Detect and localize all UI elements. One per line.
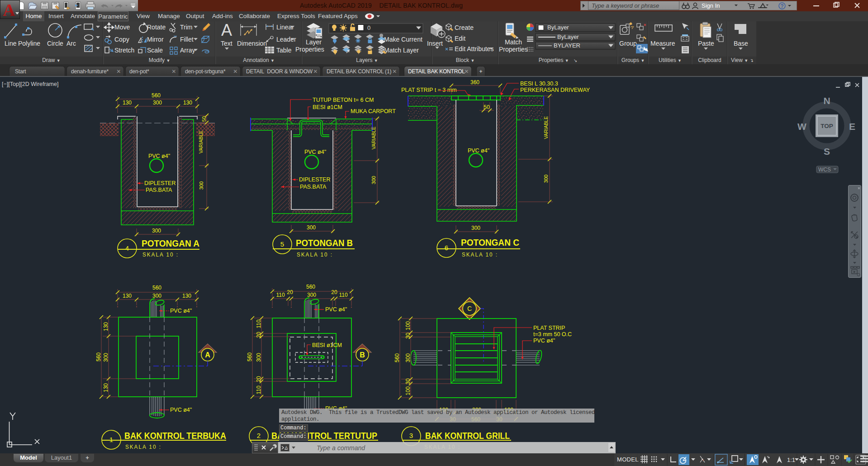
svg-text:?: ? (780, 3, 783, 10)
svg-text:PVC ø4": PVC ø4" (170, 407, 192, 413)
svg-text:PVC ø4": PVC ø4" (304, 149, 326, 155)
svg-text:30: 30 (405, 378, 411, 385)
svg-text:[−][Top][2D Wireframe]: [−][Top][2D Wireframe] (2, 81, 58, 87)
svg-text:1:1: 1:1 (787, 456, 795, 463)
svg-text:PAS.BATA: PAS.BATA (146, 187, 172, 193)
svg-text:360: 360 (470, 79, 479, 86)
svg-text:130: 130 (183, 100, 192, 106)
svg-text:Sign In: Sign In (702, 2, 720, 9)
svg-text:560: 560 (394, 353, 400, 362)
svg-text:100: 100 (405, 321, 411, 330)
svg-text:5: 5 (280, 240, 284, 248)
svg-text:300: 300 (307, 292, 316, 298)
svg-text:130: 130 (123, 293, 132, 299)
svg-text:0: 0 (367, 24, 370, 31)
svg-text:100: 100 (405, 386, 411, 395)
svg-text:300: 300 (153, 100, 162, 106)
svg-text:E: E (849, 121, 855, 132)
svg-text:TOP: TOP (821, 123, 833, 129)
svg-text:ByLayer: ByLayer (557, 33, 579, 40)
svg-text:560: 560 (247, 352, 253, 361)
svg-text:DIPLESTER: DIPLESTER (144, 180, 175, 186)
svg-text:PVC ø4": PVC ø4" (148, 153, 170, 159)
svg-text:300: 300 (152, 293, 161, 299)
svg-text:S: S (824, 146, 830, 157)
svg-text:50: 50 (201, 116, 207, 122)
svg-text:4: 4 (125, 244, 129, 252)
svg-text:C: C (467, 305, 472, 312)
svg-text:130: 130 (123, 100, 132, 106)
svg-text:PVC ø4": PVC ø4" (170, 308, 192, 314)
svg-text:PVC ø4": PVC ø4" (468, 147, 489, 154)
svg-text:N: N (823, 95, 830, 106)
svg-text:300: 300 (103, 353, 109, 362)
svg-text:POTONGAN A: POTONGAN A (142, 238, 199, 248)
svg-text:PAS.BATA: PAS.BATA (300, 184, 327, 190)
svg-text:20: 20 (256, 376, 262, 382)
svg-text:110: 110 (276, 292, 285, 298)
svg-text:SKALA 10 :: SKALA 10 : (462, 252, 498, 258)
svg-text:PERKERASAN DRIVEWAY: PERKERASAN DRIVEWAY (520, 87, 590, 93)
svg-text:A: A (3, 0, 15, 19)
svg-text:560: 560 (152, 285, 161, 291)
svg-text:WCS: WCS (818, 166, 831, 173)
svg-text:20: 20 (256, 332, 262, 338)
svg-text:SKALA 10 :: SKALA 10 : (297, 252, 333, 258)
svg-text:300: 300 (307, 224, 316, 231)
svg-text:2: 2 (257, 432, 261, 439)
svg-text:130: 130 (103, 322, 109, 331)
svg-text:PLAT STRIP t = 3 mm: PLAT STRIP t = 3 mm (401, 87, 457, 93)
svg-text:VARIABLE: VARIABLE (371, 127, 376, 150)
svg-text:BYLAYER: BYLAYER (554, 42, 580, 49)
svg-text:SKALA 10 :: SKALA 10 : (125, 444, 161, 450)
svg-text:300: 300 (371, 176, 376, 184)
svg-text:SKALA 10 :: SKALA 10 : (142, 252, 179, 258)
svg-text:VARIABLE: VARIABLE (198, 131, 204, 154)
svg-text:50: 50 (484, 104, 490, 110)
svg-text:20: 20 (331, 289, 337, 295)
svg-text:A: A (205, 351, 210, 359)
svg-text:300: 300 (471, 225, 480, 231)
svg-text:110: 110 (339, 292, 347, 298)
svg-text:6: 6 (445, 244, 448, 252)
svg-text:ByLayer: ByLayer (547, 24, 569, 31)
svg-text:VARIABLE: VARIABLE (543, 116, 549, 139)
svg-text:20: 20 (287, 289, 293, 295)
svg-text:B: B (360, 351, 365, 359)
svg-text:110: 110 (256, 319, 262, 328)
svg-text:POTONGAN C: POTONGAN C (461, 237, 519, 247)
svg-text:BAK KONTROL TERBUKA: BAK KONTROL TERBUKA (124, 430, 226, 441)
svg-text:300: 300 (152, 228, 161, 234)
svg-text:PVC ø4": PVC ø4" (325, 306, 347, 313)
svg-text:A: A (221, 21, 232, 39)
svg-text:130: 130 (182, 293, 191, 299)
svg-text:30: 30 (405, 333, 411, 339)
svg-text:t=3 mm 50 O.C: t=3 mm 50 O.C (533, 331, 572, 338)
svg-text:PVC ø4": PVC ø4" (533, 338, 555, 344)
svg-text:110: 110 (256, 385, 262, 394)
svg-text:BAK KONTROL GRILL: BAK KONTROL GRILL (425, 430, 510, 441)
svg-text:BESI L 30.30.3: BESI L 30.30.3 (520, 81, 558, 87)
svg-text:MUKA CARPORT: MUKA CARPORT (351, 108, 396, 114)
svg-text:DIPLESTER: DIPLESTER (299, 176, 330, 183)
svg-text:BESI ø1CM: BESI ø1CM (312, 342, 342, 348)
svg-text:3: 3 (409, 432, 413, 439)
svg-text:560: 560 (306, 284, 315, 290)
svg-text:W: W (797, 121, 806, 132)
svg-text:300: 300 (199, 181, 204, 190)
svg-text:300: 300 (256, 353, 262, 362)
svg-text:PLAT STRIP: PLAT STRIP (533, 325, 565, 331)
svg-text:TUTUP BETON t= 6 CM: TUTUP BETON t= 6 CM (313, 97, 374, 103)
svg-text:1: 1 (109, 436, 113, 443)
svg-text:300: 300 (543, 175, 549, 183)
svg-text:130: 130 (103, 383, 109, 392)
svg-text:A: A (285, 445, 288, 450)
svg-text:POTONGAN B: POTONGAN B (296, 238, 353, 248)
svg-text:BESI ø1CM: BESI ø1CM (313, 104, 342, 110)
svg-text:560: 560 (95, 352, 102, 361)
svg-text:560: 560 (152, 92, 161, 99)
svg-text:300: 300 (405, 353, 411, 362)
